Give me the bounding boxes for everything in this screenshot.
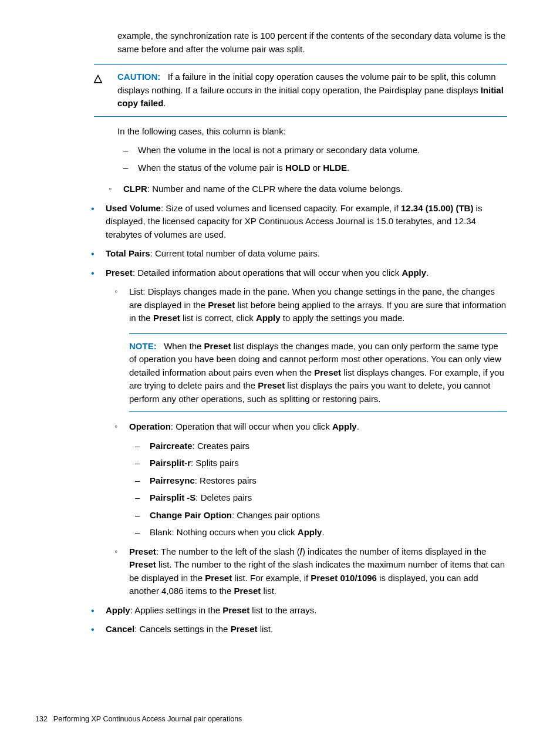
pn-b5: Preset 010/1096 [311,573,377,583]
pr-b2: Apply [402,268,426,278]
operation-item: Operation: Operation that will occur whe… [112,420,507,539]
caution-text2: . [163,98,166,108]
operation-list: Paircreate: Creates pairs Pairsplit-r: S… [129,440,507,539]
pl-b3: Apply [256,313,281,323]
op-b2: Apply [332,421,357,431]
pn-t2: ) indicates the number of items displaye… [302,546,487,556]
ca-t1: : Cancels settings in the [134,624,230,634]
uv-t1: : Size of used volumes and licensed capa… [161,203,401,213]
total-pairs-item: Total Pairs: Current total number of dat… [88,247,507,261]
op-pairsplit-s: Pairsplit -S: Deletes pairs [132,491,507,505]
cases-intro: In the following cases, this column is b… [117,125,507,139]
ca-b1: Cancel [106,624,134,634]
case2-b1: HOLD [285,163,311,173]
ap-t2: list to the arrays. [249,605,316,615]
n-t1: When the [164,341,204,351]
main-list: Used Volume: Size of used volumes and li… [35,202,507,636]
n-b3: Preset [258,380,285,390]
pl-t4: to apply the settings you made. [281,313,405,323]
note-label: NOTE: [129,341,157,351]
clpr-list: CLPR: Number and name of the CLPR where … [35,183,507,196]
caution-icon: △ [94,70,102,86]
intro-paragraph: example, the synchronization rate is 100… [117,29,507,56]
op-t1: : Operation that will occur when you cli… [171,421,332,431]
case2-mid: or [310,163,323,173]
opi0-b: Paircreate [150,441,193,451]
pn-b4: Preset [205,573,232,583]
clpr-bold: CLPR [123,184,147,194]
pl-b1: Preset [208,300,235,310]
op-blank: Blank: Nothing occurs when you click App… [132,526,507,539]
pn-t1: : The number to the left of the slash ( [156,546,300,556]
ca-b2: Preset [231,624,258,634]
opb-t1: Blank: Nothing occurs when you click [150,527,298,537]
ca-t2: list. [258,624,274,634]
case-item-2: When the status of the volume pair is HO… [120,161,507,175]
op-pairsplit-r: Pairsplit-r: Splits pairs [132,457,507,470]
pn-t6: list. [261,586,276,596]
uv-b1: Used Volume [106,203,161,213]
pn-b3: Preset [129,559,156,569]
pn-t4: list. For example, if [232,573,311,583]
n-b1: Preset [204,341,231,351]
clpr-text: : Number and name of the CLPR where the … [147,184,403,194]
pn-b6: Preset [234,586,261,596]
tp-t: : Current total number of data volume pa… [150,248,320,258]
opi3-b: Pairsplit -S [150,492,195,502]
pr-t2: . [426,268,429,278]
caution-text: If a failure in the initial copy operati… [117,72,495,95]
opi3-t: : Deletes pairs [195,492,252,502]
caution-box: △ CAUTION: If a failure in the initial c… [94,64,507,117]
opb-b: Apply [298,527,322,537]
caution-label: CAUTION: [117,72,160,82]
pl-b2: Preset [153,313,180,323]
opi0-t: : Creates pairs [193,441,250,451]
opi1-b: Pairsplit-r [150,458,191,468]
op-pairresync: Pairresync: Restores pairs [132,474,507,488]
ap-b2: Preset [222,605,249,615]
ap-t1: : Applies settings in the [130,605,223,615]
clpr-item: CLPR: Number and name of the CLPR where … [106,183,507,196]
pn-b1: Preset [129,546,156,556]
opi1-t: : Splits pairs [191,458,239,468]
opb-t2: . [322,527,324,537]
cancel-item: Cancel: Cancels settings in the Preset l… [88,623,507,636]
n-b2: Preset [314,367,341,377]
opi2-b: Pairresync [150,475,195,485]
note-box: NOTE: When the Preset list displays the … [129,333,507,413]
pr-b1: Preset [106,268,133,278]
op-change-pair-option: Change Pair Option: Changes pair options [132,509,507,522]
preset-sub-list: List: Displays changes made in the pane.… [106,285,507,598]
op-b1: Operation [129,421,171,431]
case-item-1: When the volume in the local is not a pr… [120,144,507,157]
opi4-t: : Changes pair options [232,510,320,520]
case2-pre: When the status of the volume pair is [138,163,285,173]
preset-item: Preset: Detailed information about opera… [88,266,507,598]
op-t2: . [357,421,359,431]
cases-block: In the following cases, this column is b… [117,125,507,175]
used-volume-item: Used Volume: Size of used volumes and li… [88,202,507,242]
case2-b2: HLDE [323,163,347,173]
opi4-b: Change Pair Option [150,510,232,520]
tp-b: Total Pairs [106,248,150,258]
uv-b2: 12.34 (15.00) (TB) [401,203,473,213]
pr-t1: : Detailed information about operations … [133,268,402,278]
preset-number-item: Preset: The number to the left of the sl… [112,545,507,598]
pl-t3: list is correct, click [180,313,256,323]
preset-list-item: List: Displays changes made in the pane.… [112,285,507,412]
apply-item: Apply: Applies settings in the Preset li… [88,604,507,617]
opi2-t: : Restores pairs [195,475,257,485]
ap-b1: Apply [106,605,130,615]
op-paircreate: Paircreate: Creates pairs [132,440,507,453]
case2-post: . [347,163,349,173]
cases-list: When the volume in the local is not a pr… [117,144,507,174]
